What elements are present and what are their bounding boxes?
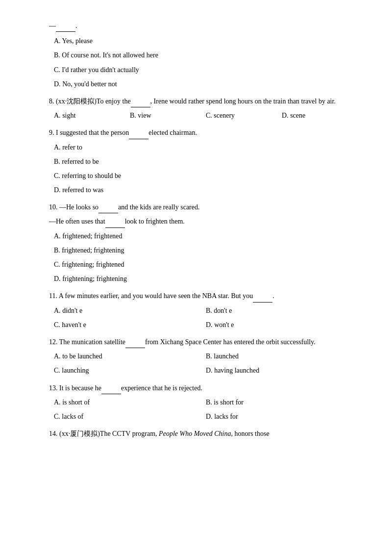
q11-options-row: A. didn't e B. don't e <box>49 304 353 317</box>
option-10c: C. frightening; frightened <box>49 258 353 271</box>
q10-prefix1: —He looks so <box>59 203 98 211</box>
q14-number: 14. <box>49 430 58 437</box>
q12-number: 12. <box>49 338 58 346</box>
q12-options-row1: A. to be launched B. launched <box>49 350 353 362</box>
option-12c: C. launching <box>49 364 201 377</box>
option-label: D. <box>54 80 62 88</box>
option-8c: C. scenery <box>201 109 277 122</box>
q11-text: 11. A few minutes earlier, and you would… <box>49 290 353 302</box>
option-13d: D. lacks for <box>201 410 353 423</box>
question-13: 13. It is because heexperience that he i… <box>49 382 353 423</box>
q9-number: 9. <box>49 129 54 136</box>
option-8b: B. view <box>125 109 201 122</box>
option-11c: C. haven't e <box>49 319 201 331</box>
q10-number: 10. <box>49 203 58 211</box>
option-7d: D. No, you'd better not <box>49 78 353 90</box>
q14-italic: People Who Moved China <box>159 430 231 437</box>
q7-options: A. Yes, please B. Of course not. It's no… <box>49 35 353 90</box>
option-9b: B. referred to be <box>49 155 353 168</box>
q10-line1: 10. —He looks soand the kids are really … <box>49 201 353 213</box>
option-13b: B. is short for <box>201 396 353 408</box>
q13-options-row2: C. lacks of D. lacks for <box>49 410 353 423</box>
q9-prefix: I suggested that the person <box>56 129 129 136</box>
top-blank-suffix: . <box>75 22 77 29</box>
q10-prefix2: —He often uses that <box>49 218 105 225</box>
option-11d: D. won't e <box>201 319 353 331</box>
option-7a: A. Yes, please <box>49 35 353 47</box>
question-8: 8. (xx·沈阳模拟)To enjoy the, Irene would ra… <box>49 95 353 122</box>
question-10: 10. —He looks soand the kids are really … <box>49 201 353 285</box>
q12-text: 12. The munication satellitefrom Xichang… <box>49 336 353 348</box>
option-13a: A. is short of <box>49 396 201 408</box>
top-blank-prefix: — <box>49 22 56 29</box>
q8-prefix: (xx·沈阳模拟)To enjoy the <box>56 98 131 105</box>
option-label: A. <box>54 37 62 45</box>
option-7c: C. I'd rather you didn't actually <box>49 64 353 76</box>
q11-suffix: . <box>272 292 274 300</box>
question-12: 12. The munication satellitefrom Xichang… <box>49 336 353 377</box>
q11-number: 11. <box>49 292 57 300</box>
q14-suffix: , honors those <box>231 430 269 437</box>
q8-suffix: , Irene would rather spend long hours on… <box>150 98 336 105</box>
option-11a: A. didn't e <box>49 304 201 317</box>
option-9d: D. referred to was <box>49 184 353 196</box>
question-14: 14. (xx·厦门模拟)The CCTV program, People Wh… <box>49 428 353 440</box>
question-9: 9. I suggested that the personelected ch… <box>49 126 353 196</box>
q10-blank2 <box>105 220 125 228</box>
option-9c: C. referring to should be <box>49 170 353 182</box>
q13-text: 13. It is because heexperience that he i… <box>49 382 353 394</box>
option-8a: A. sight <box>49 109 125 122</box>
q14-prefix: (xx·厦门模拟)The CCTV program, <box>59 430 159 437</box>
q9-suffix: elected chairman. <box>148 129 197 136</box>
q11-prefix: A few minutes earlier, and you would hav… <box>59 292 253 300</box>
q9-blank <box>129 131 148 139</box>
top-blank-line: —. <box>49 20 353 32</box>
option-label: C. <box>54 66 62 74</box>
q9-text: 9. I suggested that the personelected ch… <box>49 126 353 139</box>
q13-suffix: experience that he is rejected. <box>121 384 202 392</box>
option-12d: D. having launched <box>201 364 353 377</box>
q12-prefix: The munication satellite <box>59 338 125 346</box>
q10-suffix2: look to frighten them. <box>125 218 185 225</box>
q8-text: 8. (xx·沈阳模拟)To enjoy the, Irene would ra… <box>49 95 353 107</box>
option-9a: A. refer to <box>49 141 353 153</box>
q11-options-row2: C. haven't e D. won't e <box>49 319 353 331</box>
q13-blank <box>101 386 121 394</box>
q12-options-row2: C. launching D. having launched <box>49 364 353 377</box>
q10-suffix1: and the kids are really scared. <box>118 203 199 211</box>
q8-options-row: A. sight B. view C. scenery D. scene <box>49 109 353 122</box>
option-10a: A. frightened; frightened <box>49 230 353 242</box>
q14-text: 14. (xx·厦门模拟)The CCTV program, People Wh… <box>49 428 353 440</box>
q10-line2: —He often uses thatlook to frighten them… <box>49 215 353 227</box>
q12-suffix: from Xichang Space Center has entered th… <box>145 338 316 346</box>
q8-blank <box>131 100 150 107</box>
q10-blank1 <box>98 205 118 213</box>
top-blank <box>56 24 75 32</box>
question-11: 11. A few minutes earlier, and you would… <box>49 290 353 331</box>
option-7b: B. Of course not. It's not allowed here <box>49 49 353 61</box>
option-11b: B. don't e <box>201 304 353 317</box>
q13-options-row1: A. is short of B. is short for <box>49 396 353 408</box>
q11-blank <box>253 295 272 303</box>
q13-number: 13. <box>49 384 58 392</box>
option-label: B. <box>54 51 62 59</box>
q8-number: 8. <box>49 98 54 105</box>
option-13c: C. lacks of <box>49 410 201 423</box>
q13-prefix: It is because he <box>59 384 101 392</box>
option-12a: A. to be launched <box>49 350 201 362</box>
option-12b: B. launched <box>201 350 353 362</box>
option-10b: B. frightened; frightening <box>49 244 353 256</box>
option-10d: D. frightening; frightening <box>49 273 353 285</box>
q12-blank <box>125 340 145 348</box>
option-8d: D. scene <box>277 109 353 122</box>
